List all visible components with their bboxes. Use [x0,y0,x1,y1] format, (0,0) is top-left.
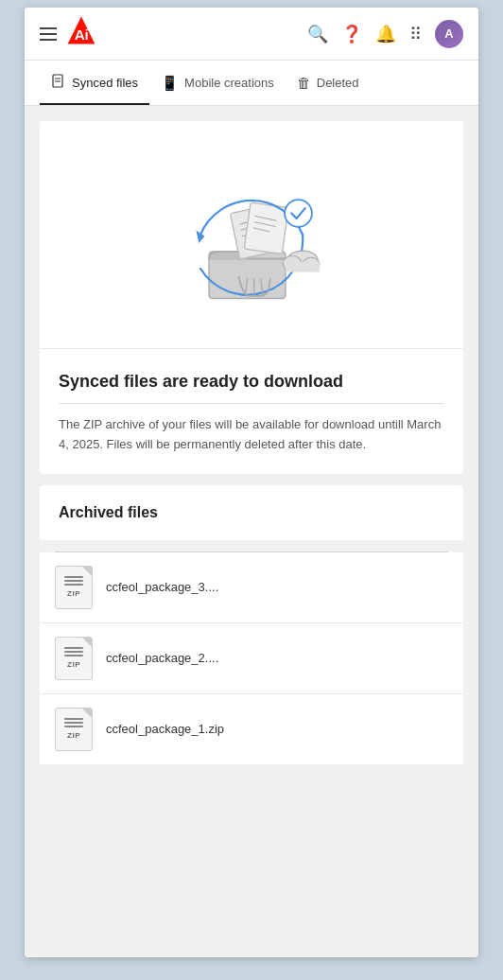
avatar[interactable]: A [435,20,463,48]
header-left: Ai [40,15,96,52]
deleted-tab-label: Deleted [317,76,359,90]
mobile-creations-tab-icon: 📱 [161,75,179,92]
zip-icon-3: ZIP [55,708,93,751]
header-icons: 🔍 ❓ 🔔 ⠿ A [307,20,463,48]
info-text-area: Synced files are ready to download The Z… [40,349,463,474]
grid-icon[interactable]: ⠿ [409,24,422,44]
file-item-1[interactable]: ZIP ccfeol_package_3.... [40,552,463,623]
info-card-body: The ZIP archive of your files will be av… [59,415,444,455]
info-card-title: Synced files are ready to download [59,372,444,392]
svg-rect-20 [286,262,320,272]
illustration-area [40,121,463,349]
deleted-tab-icon: 🗑 [297,75,311,91]
tab-deleted[interactable]: 🗑 Deleted [286,61,371,104]
bell-icon[interactable]: 🔔 [375,24,396,44]
tabs-bar: Synced files 📱 Mobile creations 🗑 Delete… [25,61,478,106]
file-item-2[interactable]: ZIP ccfeol_package_2.... [40,623,463,694]
zip-label-1: ZIP [67,589,80,598]
file-name-1: ccfeol_package_3.... [106,580,218,594]
info-divider [59,403,444,404]
tab-synced-files[interactable]: Synced files [40,61,149,105]
zip-icon-lines-2 [64,647,83,656]
zip-label-3: ZIP [67,731,80,740]
main-content: Synced files are ready to download The Z… [25,106,478,957]
zip-label-2: ZIP [67,660,80,669]
help-icon[interactable]: ❓ [341,24,362,44]
svg-point-16 [285,200,312,227]
mobile-creations-tab-label: Mobile creations [184,76,274,90]
zip-icon-1: ZIP [55,566,93,609]
file-item-3[interactable]: ZIP ccfeol_package_1.zip [40,694,463,764]
search-icon[interactable]: 🔍 [307,24,328,44]
archived-files-section: Archived files [40,485,463,540]
synced-files-tab-icon [51,74,66,92]
file-name-2: ccfeol_package_2.... [106,651,218,665]
app-header: Ai 🔍 ❓ 🔔 ⠿ A [25,8,478,61]
archived-files-title: Archived files [59,504,444,521]
hamburger-menu-button[interactable] [40,27,57,41]
zip-icon-lines [64,576,83,586]
synced-files-tab-label: Synced files [72,76,138,90]
zip-icon-2: ZIP [55,637,93,680]
tab-mobile-creations[interactable]: 📱 Mobile creations [149,61,286,105]
zip-icon-lines-3 [64,718,83,727]
file-list: ZIP ccfeol_package_3.... ZIP ccfeol_pack… [40,551,463,764]
info-card: Synced files are ready to download The Z… [40,121,463,474]
svg-text:Ai: Ai [75,26,89,43]
file-name-3: ccfeol_package_1.zip [106,722,224,736]
adobe-logo: Ai [66,15,96,52]
